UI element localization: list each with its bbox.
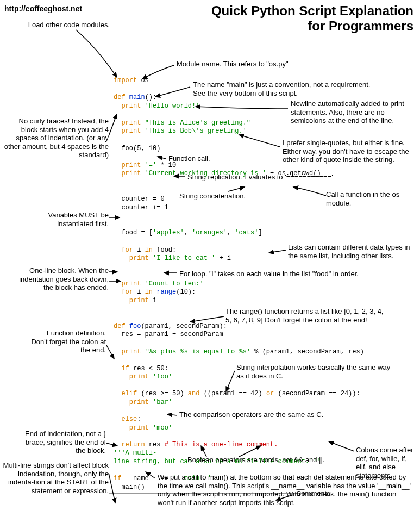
annot-one-line-block: One-line block. When the indentation goe… xyxy=(8,266,109,292)
code-line: for i in food: xyxy=(114,246,299,255)
code-line: print i xyxy=(114,297,299,306)
annot-comparison: The comparison operators are the same as… xyxy=(179,411,348,419)
code-line xyxy=(114,238,299,246)
annot-boolean-words: Boolean operators are words, not && and … xyxy=(187,456,340,464)
annot-function-call: Function call. xyxy=(168,154,234,163)
code-line xyxy=(114,212,299,221)
code-line xyxy=(114,382,299,390)
annot-variables: Variables MUST be instantiated first. xyxy=(22,211,109,228)
annot-module-name: Module name. This refers to "os.py" xyxy=(177,60,302,69)
code-line: print 'bar' xyxy=(114,399,299,407)
code-line: counter += 1 xyxy=(114,204,299,213)
code-line: elif (res >= 50) and ((param1 == 42) or … xyxy=(114,390,299,399)
code-line xyxy=(114,110,299,119)
annot-string-concat: String concatenation. xyxy=(179,192,266,201)
code-line xyxy=(114,136,299,145)
annot-end-indent: End of indentation, not a } brace, signi… xyxy=(19,430,106,455)
page-title: Quick Python Script Explanation for Prog… xyxy=(211,3,413,33)
code-line: print '%s plus %s is equal to %s' % (par… xyxy=(114,348,299,357)
code-box: import os def main(): print 'Hello world… xyxy=(109,74,304,494)
annot-main-convention: The name "main" is just a convention, no… xyxy=(193,80,378,97)
code-line: print 'This is Bob\'s greeting.' xyxy=(114,127,299,136)
annot-for-loop: For loop. "i" takes on each value in the… xyxy=(179,270,391,278)
annot-lists: Lists can contain different data types i… xyxy=(288,243,418,260)
code-line: print 'Count to ten:' xyxy=(114,280,299,289)
annot-func-def: Function definition. Don't forget the co… xyxy=(30,329,106,354)
code-line: print 'I like to eat ' + i xyxy=(114,254,299,263)
annot-string-interp: String interpolation works basically the… xyxy=(236,363,394,380)
code-line xyxy=(114,432,299,441)
source-url: http://coffeeghost.net xyxy=(4,4,82,13)
annot-range: The range() function returns a list like… xyxy=(225,307,388,324)
code-line: print 'Hello world!' xyxy=(114,102,299,111)
code-line: res = param1 + secondParam xyxy=(114,331,299,339)
annot-main-call: We put a call to main() at the bottom so… xyxy=(158,473,413,507)
code-line: foo(5, 10) xyxy=(114,145,299,153)
title-line-2: for Programmers xyxy=(308,18,413,33)
annot-multiline: Multi-line strings don't affect block in… xyxy=(3,461,109,495)
code-line: return res # This is a one-line comment. xyxy=(114,441,299,450)
annot-no-braces: No curly braces! Instead, the block star… xyxy=(3,117,109,159)
code-line: food = ['apples', 'oranges', 'cats'] xyxy=(114,229,299,238)
code-line: for i in range(10): xyxy=(114,288,299,297)
code-line xyxy=(114,221,299,229)
title-line-1: Quick Python Script Explanation xyxy=(211,3,413,18)
code-line: print "This is Alice's greeting." xyxy=(114,119,299,128)
annot-print-newline: Newline automatically added to print sta… xyxy=(291,99,416,125)
code-line: print 'moo' xyxy=(114,424,299,433)
annot-os-call: Call a function in the os module. xyxy=(326,190,413,207)
annot-string-replication: String replication. Evaluates to '======… xyxy=(187,173,378,182)
annot-load-modules: Load other code modules. xyxy=(7,21,110,29)
annot-quotes: I prefer single-quotes, but either is fi… xyxy=(283,139,416,164)
code-line xyxy=(114,339,299,348)
